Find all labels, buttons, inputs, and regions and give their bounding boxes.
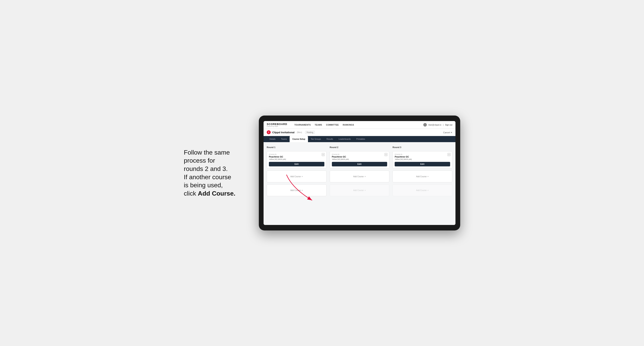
scoreboard-logo: SCOREBOARD: [267, 123, 287, 126]
tabs-bar: Details Teams Course Setup Tee Groups Re…: [264, 136, 456, 142]
round-2-plus-icon-1: +: [364, 175, 366, 178]
cancel-area: Cancel ✕: [443, 131, 452, 134]
nav-committee[interactable]: COMMITTEE: [326, 124, 339, 126]
round-2-add-course-2: Add Course +: [330, 184, 390, 196]
round-3-edit-button[interactable]: Edit: [395, 162, 450, 167]
instruction-line2: process for: [184, 157, 215, 164]
tab-teams[interactable]: Teams: [278, 136, 290, 142]
round-3-remove-button[interactable]: ○: [447, 153, 450, 156]
round-2-column: Round 2 ○ (Course A) Peachtree GC Yellow…: [330, 146, 390, 196]
round-1-remove-button[interactable]: ○: [322, 153, 325, 156]
round-1-add-course-2[interactable]: Add Course +: [267, 184, 326, 196]
round-3-add-course-1[interactable]: Add Course +: [392, 171, 452, 182]
round-3-plus-icon-2: +: [428, 189, 428, 191]
round-3-plus-icon-1: +: [428, 175, 428, 178]
hosting-badge: Hosting: [305, 131, 315, 134]
round-3-column: Round 3 ○ (Course A) Peachtree GC Yellow…: [392, 146, 452, 196]
round-1-edit-button[interactable]: Edit: [269, 162, 324, 167]
round-2-course-card: ○ (Course A) Peachtree GC Yellow (M) (66…: [330, 151, 390, 169]
round-1-label: Round 1: [267, 146, 326, 149]
outer-wrapper: Follow the same process for rounds 2 and…: [184, 116, 460, 230]
round-2-add-course-1-label: Add Course: [353, 175, 364, 178]
tab-details[interactable]: Details: [267, 136, 278, 142]
round-3-add-course-2-label: Add Course: [416, 189, 427, 191]
tablet-frame: SCOREBOARD Powered by clippd TOURNAMENTS…: [259, 116, 460, 230]
logo-subtitle: Powered by clippd: [267, 126, 287, 127]
nav-items: TOURNAMENTS TEAMS COMMITTEE RANKINGS: [294, 124, 418, 126]
round-1-column: Round 1 ○ (Course A) Peachtree GC Yellow…: [267, 146, 326, 196]
round-1-add-course-2-label: Add Course: [290, 189, 301, 191]
instruction-line4: If another course: [184, 173, 231, 180]
sign-out-link[interactable]: Sign out: [445, 124, 452, 126]
rounds-grid: Round 1 ○ (Course A) Peachtree GC Yellow…: [267, 146, 452, 196]
tournament-type: (Men): [297, 131, 302, 134]
round-2-plus-icon-2: +: [364, 189, 366, 191]
round-1-add-course-1[interactable]: Add Course +: [267, 171, 326, 182]
round-2-add-course-2-label: Add Course: [353, 189, 364, 191]
main-content: Round 1 ○ (Course A) Peachtree GC Yellow…: [264, 142, 456, 225]
user-avatar: [423, 123, 427, 127]
tournament-name: Clippd Invitational: [272, 131, 294, 134]
clippd-logo: C: [267, 130, 271, 134]
nav-teams[interactable]: TEAMS: [315, 124, 322, 126]
separator: |: [443, 124, 444, 126]
round-2-course-label: (Course A): [332, 153, 387, 155]
round-3-course-details: Yellow (M) (6629 yds): [395, 158, 450, 160]
tab-printables[interactable]: Printables: [354, 136, 368, 142]
cancel-button[interactable]: Cancel ✕: [443, 131, 452, 134]
round-1-course-card: ○ (Course A) Peachtree GC Yellow (M) (66…: [267, 151, 326, 169]
round-3-course-name: Peachtree GC: [395, 156, 450, 158]
round-2-course-details: Yellow (M) (6629 yds): [332, 158, 387, 160]
sub-header-left: C Clippd Invitational (Men) Hosting: [267, 130, 315, 134]
round-1-course-details: Yellow (M) (6629 yds): [269, 158, 324, 160]
instruction-line5: is being used,: [184, 181, 223, 189]
nav-tournaments[interactable]: TOURNAMENTS: [294, 124, 311, 126]
round-2-label: Round 2: [330, 146, 390, 149]
round-2-edit-button[interactable]: Edit: [332, 162, 387, 167]
round-2-remove-button[interactable]: ○: [384, 153, 388, 156]
round-1-plus-icon-1: +: [302, 175, 303, 178]
logo-area: SCOREBOARD Powered by clippd: [267, 123, 287, 127]
tablet-screen: SCOREBOARD Powered by clippd TOURNAMENTS…: [264, 121, 456, 225]
instruction-panel: Follow the same process for rounds 2 and…: [184, 149, 247, 198]
round-1-course-label: (Course A): [269, 153, 324, 155]
round-1-add-course-1-label: Add Course: [290, 175, 301, 178]
instruction-line3: rounds 2 and 3.: [184, 165, 228, 172]
tab-leaderboards[interactable]: Leaderboards: [336, 136, 354, 142]
round-3-add-course-1-label: Add Course: [416, 175, 427, 178]
tab-course-setup[interactable]: Course Setup: [290, 136, 308, 142]
nav-rankings[interactable]: RANKINGS: [343, 124, 354, 126]
round-3-add-course-2: Add Course +: [392, 184, 452, 196]
tab-results[interactable]: Results: [324, 136, 336, 142]
user-email: blair@clippd.io: [428, 124, 442, 126]
instruction-line6: click Add Course.: [184, 190, 235, 197]
sub-header: C Clippd Invitational (Men) Hosting Canc…: [264, 129, 456, 136]
instruction-line1: Follow the same: [184, 149, 230, 156]
top-nav: SCOREBOARD Powered by clippd TOURNAMENTS…: [264, 121, 456, 129]
tab-tee-groups[interactable]: Tee Groups: [308, 136, 324, 142]
round-2-add-course-1[interactable]: Add Course +: [330, 171, 390, 182]
round-2-course-name: Peachtree GC: [332, 156, 387, 158]
round-1-plus-icon-2: +: [302, 189, 303, 191]
round-1-course-name: Peachtree GC: [269, 156, 324, 158]
round-3-course-label: (Course A): [395, 153, 450, 155]
round-3-label: Round 3: [392, 146, 452, 149]
nav-right: blair@clippd.io | Sign out: [423, 123, 452, 127]
round-3-course-card: ○ (Course A) Peachtree GC Yellow (M) (66…: [392, 151, 452, 169]
